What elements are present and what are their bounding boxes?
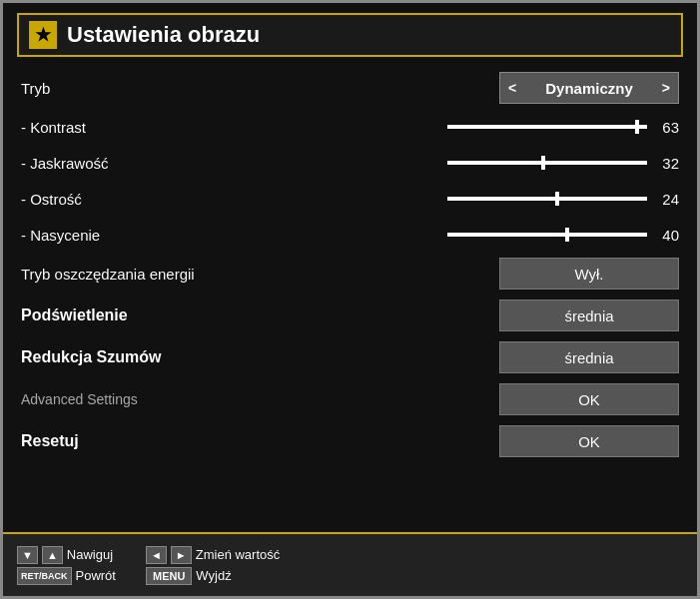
option-button-podswietlenie[interactable]: średnia [499, 300, 679, 331]
label-ostrosc: - Ostrość [21, 191, 82, 208]
title-bar: ★ Ustawienia obrazu [17, 13, 683, 57]
option-button-resetuj[interactable]: OK [499, 425, 679, 457]
slider-track-nasycenie[interactable] [447, 233, 647, 237]
footer-bar: ▼ ▲ Nawiguj RET/BACK Powrót ◄ ► Zmień wa… [3, 532, 697, 596]
slider-value-jaskrawosc: 32 [655, 155, 679, 172]
option-button-redukcja-szumow[interactable]: średnia [499, 341, 679, 373]
label-advanced-settings: Advanced Settings [21, 391, 138, 407]
menu-row-podswietlenie: Podświetlenieśrednia [17, 295, 683, 336]
slider-thumb-nasycenie [565, 228, 569, 242]
footer-menu: MENU Wyjdź [146, 567, 280, 585]
right-tryb-energii[interactable]: Wył. [499, 258, 679, 290]
right-tryb[interactable]: <Dynamiczny> [499, 72, 679, 104]
label-podswietlenie: Podświetlenie [21, 306, 128, 324]
menu-row-kontrast: - Kontrast63 [17, 109, 683, 145]
slider-thumb-jaskrawosc [541, 156, 545, 170]
nav-right-key: ► [171, 546, 192, 564]
selector-tryb[interactable]: <Dynamiczny> [499, 72, 679, 104]
label-tryb: Tryb [21, 80, 50, 97]
option-button-advanced-settings[interactable]: OK [499, 383, 679, 415]
footer-group-change: ◄ ► Zmień wartość MENU Wyjdź [146, 546, 280, 585]
menu-key: MENU [146, 567, 192, 585]
slider-track-jaskrawosc[interactable] [447, 161, 647, 165]
slider-value-ostrosc: 24 [655, 191, 679, 208]
settings-icon: ★ [29, 21, 57, 49]
right-kontrast: 63 [447, 119, 679, 136]
slider-thumb-ostrosc [555, 192, 559, 206]
footer-change: ◄ ► Zmień wartość [146, 546, 280, 564]
slider-track-ostrosc[interactable] [447, 197, 647, 201]
menu-body: Tryb<Dynamiczny>- Kontrast63- Jaskrawość… [17, 67, 683, 532]
slider-container-ostrosc[interactable]: 24 [447, 191, 679, 208]
slider-value-kontrast: 63 [655, 119, 679, 136]
menu-row-nasycenie: - Nasycenie40 [17, 217, 683, 253]
ret-key: RET/BACK [17, 567, 72, 585]
right-redukcja-szumow[interactable]: średnia [499, 341, 679, 373]
slider-container-nasycenie[interactable]: 40 [447, 227, 679, 244]
menu-row-tryb-energii: Tryb oszczędzania energiiWył. [17, 253, 683, 295]
slider-thumb-kontrast [635, 120, 639, 134]
right-nasycenie: 40 [447, 227, 679, 244]
right-podswietlenie[interactable]: średnia [499, 300, 679, 331]
menu-row-jaskrawosc: - Jaskrawość32 [17, 145, 683, 181]
menu-label: Wyjdź [196, 568, 231, 583]
right-resetuj[interactable]: OK [499, 425, 679, 457]
change-label: Zmień wartość [196, 547, 281, 562]
label-resetuj: Resetuj [21, 432, 79, 450]
menu-row-ostrosc: - Ostrość24 [17, 181, 683, 217]
back-label: Powrót [76, 568, 116, 583]
footer-group-nav: ▼ ▲ Nawiguj RET/BACK Powrót [17, 546, 116, 585]
label-tryb-energii: Tryb oszczędzania energii [21, 266, 195, 283]
right-ostrosc: 24 [447, 191, 679, 208]
nav-label: Nawiguj [67, 547, 113, 562]
selector-value-tryb: Dynamiczny [545, 80, 633, 97]
selector-right-arrow[interactable]: > [662, 80, 670, 96]
slider-value-nasycenie: 40 [655, 227, 679, 244]
label-jaskrawosc: - Jaskrawość [21, 155, 109, 172]
label-kontrast: - Kontrast [21, 119, 86, 136]
footer-navigate: ▼ ▲ Nawiguj [17, 546, 116, 564]
slider-container-kontrast[interactable]: 63 [447, 119, 679, 136]
label-redukcja-szumow: Redukcja Szumów [21, 348, 161, 366]
label-nasycenie: - Nasycenie [21, 227, 100, 244]
selector-left-arrow[interactable]: < [508, 80, 516, 96]
nav-down-key: ▼ [17, 546, 38, 564]
menu-row-redukcja-szumow: Redukcja Szumówśrednia [17, 336, 683, 378]
slider-track-kontrast[interactable] [447, 125, 647, 129]
tv-frame: ★ Ustawienia obrazu Tryb<Dynamiczny>- Ko… [0, 0, 700, 599]
option-button-tryb-energii[interactable]: Wył. [499, 258, 679, 290]
slider-container-jaskrawosc[interactable]: 32 [447, 155, 679, 172]
menu-row-tryb: Tryb<Dynamiczny> [17, 67, 683, 109]
menu-row-resetuj: ResetujOK [17, 420, 683, 462]
nav-left-key: ◄ [146, 546, 167, 564]
right-advanced-settings[interactable]: OK [499, 383, 679, 415]
footer-back: RET/BACK Powrót [17, 567, 116, 585]
right-jaskrawosc: 32 [447, 155, 679, 172]
page-title: Ustawienia obrazu [67, 22, 260, 48]
menu-row-advanced-settings: Advanced SettingsOK [17, 378, 683, 420]
menu-container: ★ Ustawienia obrazu Tryb<Dynamiczny>- Ko… [3, 3, 697, 532]
nav-up-key: ▲ [42, 546, 63, 564]
